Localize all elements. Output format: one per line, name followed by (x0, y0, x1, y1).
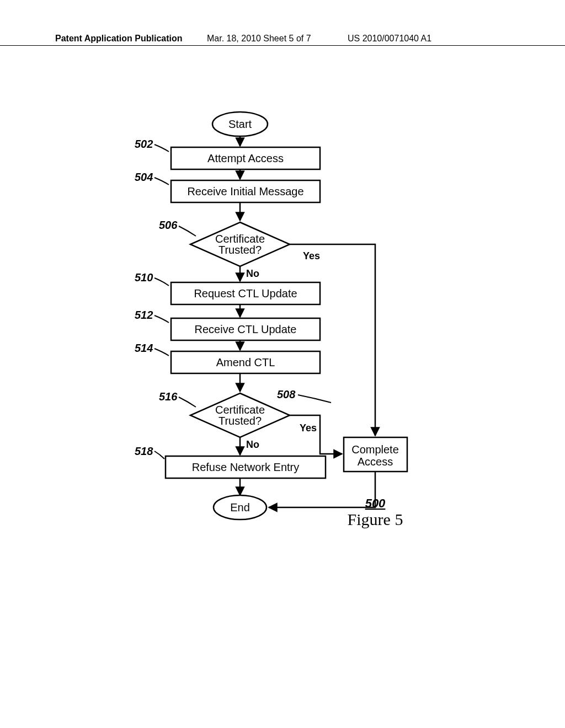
figure-number-500: 500 (365, 496, 386, 510)
start-label: Start (228, 118, 252, 130)
step-508-line2: Access (358, 456, 393, 468)
decision-516-line1: Certificate (215, 404, 265, 416)
decision-506-line1: Certificate (215, 233, 265, 245)
label-516-no: No (246, 439, 259, 450)
step-518-text: Refuse Network Entry (192, 461, 300, 473)
flowchart-diagram: Start Attempt Access 502 Receive Initial… (0, 0, 565, 728)
ref-502: 502 (135, 138, 153, 150)
ref-514: 514 (135, 342, 153, 354)
end-label: End (230, 501, 250, 513)
ref-508: 508 (277, 388, 296, 400)
step-510-text: Request CTL Update (194, 287, 297, 299)
step-502-text: Attempt Access (207, 152, 284, 164)
decision-516-line2: Trusted? (218, 415, 262, 427)
ref-512: 512 (135, 309, 153, 321)
step-504-text: Receive Initial Message (187, 185, 303, 197)
figure-caption: Figure 5 (348, 510, 403, 528)
ref-506: 506 (159, 219, 178, 231)
ref-504: 504 (135, 171, 153, 183)
step-512-text: Receive CTL Update (195, 323, 297, 335)
ref-518: 518 (135, 445, 153, 457)
label-506-no: No (246, 268, 259, 279)
step-514-text: Amend CTL (216, 356, 275, 368)
label-506-yes: Yes (303, 250, 320, 261)
ref-516: 516 (159, 390, 178, 403)
ref-510: 510 (135, 271, 153, 283)
step-508-line1: Complete (351, 443, 399, 456)
decision-506-line2: Trusted? (218, 244, 262, 256)
label-516-yes: Yes (300, 422, 317, 433)
